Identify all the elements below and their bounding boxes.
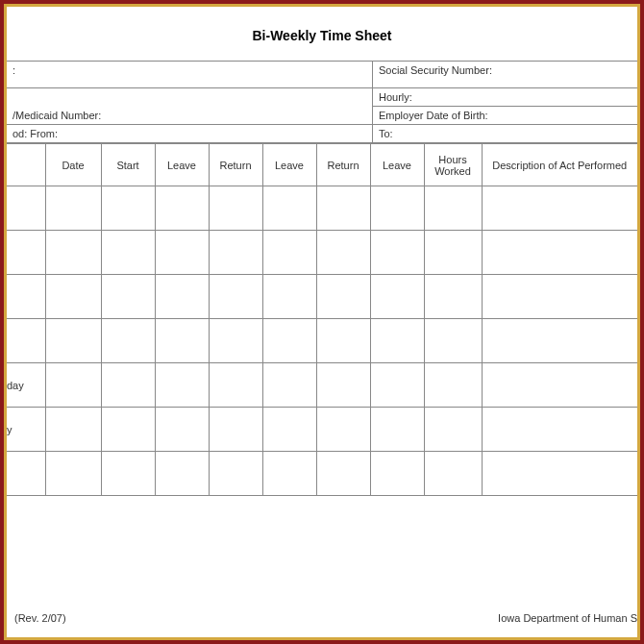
cell	[262, 275, 316, 319]
col-leave3: Leave	[370, 144, 424, 186]
cell	[101, 408, 155, 452]
cell	[262, 319, 316, 363]
cell	[209, 319, 262, 363]
cell	[316, 186, 370, 231]
cell	[45, 319, 101, 363]
col-return1: Return	[209, 144, 262, 186]
cell	[424, 452, 482, 496]
cell	[155, 275, 209, 319]
cell	[155, 319, 209, 363]
cell	[209, 363, 262, 408]
cell	[262, 231, 316, 275]
cell	[370, 408, 424, 452]
day-cell	[7, 186, 45, 231]
timesheet-table: Date Start Leave Return Leave Return Lea…	[7, 143, 637, 496]
cell	[45, 408, 101, 452]
table-row	[7, 231, 637, 275]
info-medicaid-field: /Medicaid Number:	[7, 88, 372, 125]
info-section: : Social Security Number: /Medicaid Numb…	[7, 61, 637, 143]
cell	[155, 408, 209, 452]
col-desc: Description of Act Performed	[482, 144, 637, 186]
cell	[262, 363, 316, 408]
table-header-row: Date Start Leave Return Leave Return Lea…	[7, 144, 637, 186]
info-period-to-field: To:	[372, 125, 637, 143]
info-period-from-field: od: From:	[7, 125, 372, 143]
cell	[155, 363, 209, 408]
cell	[482, 452, 637, 496]
cell	[424, 408, 482, 452]
cell	[209, 186, 262, 231]
cell	[424, 231, 482, 275]
cell	[262, 186, 316, 231]
cell	[316, 275, 370, 319]
cell	[262, 452, 316, 496]
cell	[482, 186, 637, 231]
cell	[482, 408, 637, 452]
day-cell	[7, 452, 45, 496]
cell	[424, 363, 482, 408]
day-cell: y	[7, 408, 45, 452]
cell	[101, 231, 155, 275]
cell	[45, 186, 101, 231]
col-day	[7, 144, 45, 186]
page-title: Bi-Weekly Time Sheet	[7, 7, 637, 61]
info-hourly-field: Hourly:	[372, 88, 637, 107]
table-row	[7, 186, 637, 231]
cell	[316, 319, 370, 363]
cell	[482, 319, 637, 363]
cell	[370, 231, 424, 275]
cell	[316, 363, 370, 408]
cell	[45, 275, 101, 319]
col-hours: Hours Worked	[424, 144, 482, 186]
cell	[45, 363, 101, 408]
cell	[155, 452, 209, 496]
cell	[101, 319, 155, 363]
table-row	[7, 275, 637, 319]
info-employer-dob-field: Employer Date of Birth:	[372, 107, 637, 125]
table-row: day	[7, 363, 637, 408]
info-name-field: :	[7, 62, 372, 88]
cell	[482, 275, 637, 319]
cell	[424, 319, 482, 363]
cell	[316, 408, 370, 452]
cell	[370, 186, 424, 231]
cell	[316, 452, 370, 496]
cell	[209, 452, 262, 496]
cell	[482, 363, 637, 408]
footer-revision: (Rev. 2/07)	[14, 612, 66, 624]
cell	[424, 186, 482, 231]
cell	[101, 363, 155, 408]
cell	[155, 186, 209, 231]
info-ssn-field: Social Security Number:	[372, 62, 637, 88]
cell	[209, 408, 262, 452]
cell	[45, 231, 101, 275]
col-return2: Return	[316, 144, 370, 186]
col-leave1: Leave	[155, 144, 209, 186]
col-leave2: Leave	[262, 144, 316, 186]
col-date: Date	[45, 144, 101, 186]
cell	[370, 319, 424, 363]
cell	[262, 408, 316, 452]
cell	[424, 275, 482, 319]
day-cell: day	[7, 363, 45, 408]
cell	[482, 231, 637, 275]
day-cell	[7, 319, 45, 363]
cell	[370, 452, 424, 496]
day-cell	[7, 231, 45, 275]
cell	[209, 231, 262, 275]
cell	[101, 275, 155, 319]
cell	[45, 452, 101, 496]
cell	[370, 363, 424, 408]
table-row	[7, 319, 637, 363]
cell	[316, 231, 370, 275]
col-start: Start	[101, 144, 155, 186]
cell	[155, 231, 209, 275]
table-row	[7, 452, 637, 496]
cell	[101, 186, 155, 231]
cell	[370, 275, 424, 319]
footer-department: Iowa Department of Human S	[498, 612, 637, 624]
table-row: y	[7, 408, 637, 452]
cell	[209, 275, 262, 319]
cell	[101, 452, 155, 496]
day-cell	[7, 275, 45, 319]
